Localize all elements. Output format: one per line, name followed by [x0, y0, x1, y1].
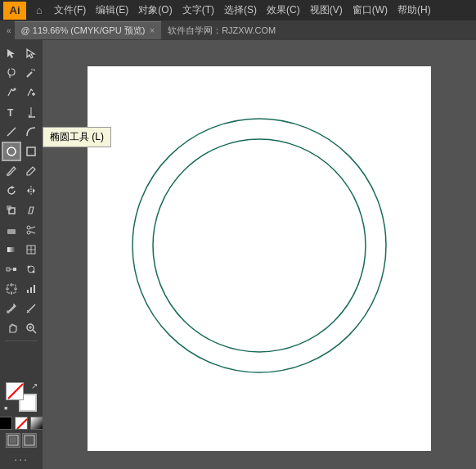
svg-line-13 — [7, 128, 16, 136]
color-white-button[interactable] — [15, 417, 28, 430]
line-tool[interactable] — [2, 122, 21, 142]
svg-point-59 — [153, 139, 366, 352]
tool-row-13 — [0, 279, 43, 299]
type-tool[interactable]: T — [2, 102, 21, 122]
svg-point-36 — [28, 266, 30, 268]
hand-tool[interactable] — [2, 318, 21, 338]
color-gradient-button[interactable] — [30, 417, 43, 430]
main-layout: T T — [0, 40, 476, 469]
site-info: 软件自学网：RJZXW.COM — [161, 25, 282, 37]
menu-type[interactable]: 文字(T) — [177, 2, 219, 19]
tab-label: @ 119.66% (CMYK/GPU 预览) — [21, 25, 146, 37]
svg-point-58 — [132, 119, 386, 372]
lasso-tool[interactable] — [2, 63, 21, 83]
magic-wand-tool[interactable] — [21, 63, 41, 83]
menu-file[interactable]: 文件(F) — [49, 2, 91, 19]
menu-items: 文件(F) 编辑(E) 对象(O) 文字(T) 选择(S) 效果(C) 视图(V… — [49, 2, 473, 19]
fill-color[interactable] — [6, 382, 24, 400]
rectangle-tool[interactable] — [21, 142, 41, 161]
menu-window[interactable]: 窗口(W) — [348, 2, 393, 19]
menu-view[interactable]: 视图(V) — [305, 2, 348, 19]
tool-row-4: T T — [0, 102, 43, 122]
eraser-tool[interactable] — [2, 220, 21, 240]
toolbar-separator — [5, 340, 38, 341]
more-tools-button[interactable]: ··· — [14, 453, 29, 466]
svg-marker-19 — [33, 188, 35, 193]
color-section: ↗ ■ — [0, 382, 43, 469]
svg-line-27 — [30, 232, 35, 233]
tool-row-15 — [0, 318, 43, 338]
svg-point-7 — [14, 88, 16, 91]
svg-text:T: T — [7, 107, 14, 118]
swap-colors-button[interactable]: ↗ — [31, 381, 38, 390]
color-mode-row — [0, 417, 43, 430]
svg-rect-43 — [27, 290, 29, 293]
tool-row-2 — [0, 63, 43, 83]
tool-row-11 — [0, 240, 43, 259]
paintbrush-tool[interactable] — [2, 161, 21, 181]
svg-rect-33 — [13, 268, 16, 271]
mesh-tool[interactable] — [21, 240, 41, 259]
home-icon[interactable]: ⌂ — [31, 2, 47, 19]
vertical-type-tool[interactable]: T — [21, 102, 41, 122]
menu-help[interactable]: 帮助(H) — [393, 2, 436, 19]
svg-line-52 — [8, 384, 23, 399]
svg-marker-18 — [27, 188, 29, 193]
tab-close-button[interactable]: × — [150, 26, 155, 35]
svg-line-3 — [27, 72, 32, 77]
pen-tool[interactable] — [2, 83, 21, 102]
reflect-tool[interactable] — [21, 181, 41, 201]
rotate-tool[interactable] — [2, 181, 21, 201]
app-logo: Ai — [3, 2, 26, 20]
menu-edit[interactable]: 编辑(E) — [91, 2, 133, 19]
svg-rect-44 — [30, 287, 32, 293]
add-anchor-tool[interactable] — [21, 83, 41, 102]
svg-point-37 — [33, 271, 35, 273]
svg-line-53 — [17, 419, 27, 429]
eyedropper-tool[interactable] — [2, 299, 21, 318]
artboard — [88, 66, 431, 451]
blend-tool[interactable] — [2, 259, 21, 279]
menu-bar: Ai ⌂ 文件(F) 编辑(E) 对象(O) 文字(T) 选择(S) 效果(C)… — [0, 0, 476, 20]
menu-select[interactable]: 选择(S) — [219, 2, 262, 19]
canvas-area — [43, 40, 476, 469]
svg-rect-28 — [7, 247, 16, 252]
measure-tool[interactable] — [21, 299, 41, 318]
tool-row-9 — [0, 201, 43, 220]
gradient-tool[interactable] — [2, 240, 21, 259]
tool-row-5 — [0, 122, 43, 142]
svg-marker-16 — [11, 186, 15, 189]
document-tab[interactable]: @ 119.66% (CMYK/GPU 预览) × — [15, 21, 162, 39]
menu-effect[interactable]: 效果(C) — [262, 2, 305, 19]
svg-text:T: T — [28, 115, 37, 118]
svg-line-26 — [30, 227, 35, 228]
svg-point-24 — [27, 226, 30, 229]
ellipse-tool[interactable] — [2, 142, 21, 161]
fullscreen-mode-button[interactable] — [22, 433, 37, 448]
zoom-tool[interactable] — [21, 318, 41, 338]
chart-tool[interactable] — [21, 279, 41, 299]
normal-mode-button[interactable] — [6, 433, 20, 448]
default-colors-button[interactable]: ■ — [4, 405, 12, 413]
svg-rect-56 — [10, 437, 16, 444]
svg-marker-1 — [27, 49, 34, 58]
canvas-content — [88, 66, 431, 451]
direct-select-tool[interactable] — [21, 43, 41, 63]
menu-object[interactable]: 对象(O) — [133, 2, 177, 19]
tab-collapse-button[interactable]: « — [3, 26, 15, 35]
arc-tool[interactable] — [21, 122, 41, 142]
tool-row-7 — [0, 161, 43, 181]
scale-tool[interactable] — [2, 201, 21, 220]
svg-point-14 — [7, 147, 16, 156]
color-none-button[interactable] — [0, 417, 12, 430]
artboard-tool[interactable] — [2, 279, 21, 299]
symbol-tool[interactable] — [21, 259, 41, 279]
selection-tool[interactable] — [2, 43, 21, 63]
scissors-tool[interactable] — [21, 220, 41, 240]
toolbar: T T — [0, 40, 43, 469]
svg-point-25 — [27, 231, 30, 234]
shear-tool[interactable] — [21, 201, 41, 220]
tool-row-3 — [0, 83, 43, 102]
pencil-tool[interactable] — [21, 161, 41, 181]
svg-rect-20 — [9, 208, 15, 214]
